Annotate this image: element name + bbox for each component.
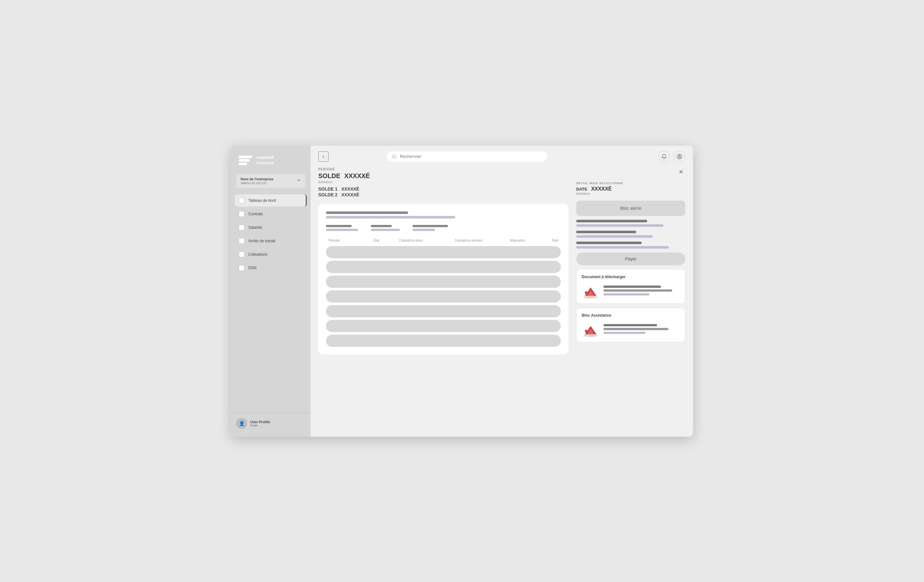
search-bar[interactable]	[387, 152, 547, 162]
sidebar-nav: Tableau de bord Contrats Salariés Arrêts…	[231, 195, 310, 412]
assistance-bars	[604, 324, 680, 334]
nav-checkbox	[239, 211, 244, 217]
nav-checkbox	[239, 252, 244, 257]
solde1-title: SOLDE 1	[318, 186, 338, 191]
detail-row: DATE XXXXXÉ	[576, 186, 685, 192]
svg-point-2	[678, 155, 680, 157]
solde2-row: SOLDE 2 XXXXXÉ	[318, 192, 569, 197]
solde2-amount: XXXXXÉ	[342, 192, 359, 197]
header-icons	[658, 151, 685, 162]
svg-point-3	[584, 296, 598, 298]
table-row[interactable]	[326, 275, 561, 288]
search-input[interactable]	[400, 154, 542, 159]
bloc-assistance-card[interactable]: Bloc Assistance	[576, 308, 685, 342]
nav-label: Tableau de bord	[248, 198, 276, 203]
col-header-cotisations-versees: Cotisations versées	[455, 239, 510, 242]
table-row[interactable]	[326, 320, 561, 332]
col-header-periode: Période	[328, 239, 373, 242]
sidebar-item-arrets-de-travail[interactable]: Arrêts de travail	[235, 235, 307, 247]
document-card[interactable]: Document à télécharger	[576, 269, 685, 304]
table-rows	[326, 246, 561, 347]
user-name: User Profile	[250, 420, 270, 424]
bloc-alerte-label: Bloc alerte	[620, 206, 641, 211]
main-panel: PÉRIODE SOLDE XXXXXÉ échéance SOLDE 1 XX…	[318, 168, 569, 429]
user-circle-icon	[676, 154, 682, 160]
svg-point-4	[585, 291, 587, 294]
solde-main: SOLDE XXXXXÉ	[318, 172, 569, 180]
bloc-alerte[interactable]: Bloc alerte	[576, 201, 685, 216]
detail-section: DETAIL MOIS SELECTIONNÉ DATE XXXXXÉ éché…	[576, 181, 685, 195]
echeance-label: échéance	[318, 180, 569, 184]
nav-checkbox	[239, 265, 244, 271]
nav-checkbox	[239, 198, 244, 203]
table-row[interactable]	[326, 290, 561, 303]
close-button[interactable]: ✕	[676, 168, 685, 176]
right-panel: ✕ DETAIL MOIS SELECTIONNÉ DATE XXXXXÉ éc…	[576, 168, 685, 429]
info-block-3	[576, 242, 685, 249]
detail-label: DETAIL MOIS SELECTIONNÉ	[576, 181, 685, 185]
table-row[interactable]	[326, 246, 561, 258]
profile-button[interactable]	[674, 151, 685, 162]
bloc-assistance-content	[582, 322, 680, 337]
logo-text: malakoff humanis	[257, 155, 274, 166]
svg-point-6	[585, 330, 587, 332]
table-header-bars	[326, 211, 561, 219]
company-name: Nom de l'entreprise	[241, 177, 273, 181]
doc-card-content	[582, 283, 680, 298]
company-siren: SIREN 123 123 123	[241, 181, 273, 185]
nav-label: DSN	[248, 265, 256, 270]
svg-point-5	[584, 334, 598, 337]
chevron-down-icon	[297, 178, 301, 184]
table-row[interactable]	[326, 305, 561, 317]
sidebar-item-tableau-de-bord[interactable]: Tableau de bord	[235, 195, 307, 207]
nav-checkbox	[239, 224, 244, 230]
doc-card-title: Document à télécharger	[582, 275, 680, 279]
doc-illustration	[582, 283, 600, 298]
sidebar-logo: malakoff humanis	[231, 146, 310, 174]
col-header-majoration: Majoration	[510, 239, 539, 242]
search-icon	[392, 154, 396, 159]
sidebar: malakoff humanis Nom de l'entreprise SIR…	[231, 146, 310, 437]
table-row[interactable]	[326, 335, 561, 347]
back-button[interactable]: ‹	[318, 152, 328, 162]
col-header-cotisations-dues: Cotisations dues	[399, 239, 455, 242]
user-info: User Profile Paste	[250, 420, 270, 427]
notification-button[interactable]	[658, 151, 670, 162]
bloc-assistance-title: Bloc Assistance	[582, 313, 680, 318]
payer-button[interactable]: Payer	[576, 252, 685, 265]
detail-date: DATE	[576, 187, 587, 191]
info-block-1	[576, 220, 685, 227]
sidebar-item-salaries[interactable]: Salariés	[235, 221, 307, 234]
solde1-amount: XXXXXÉ	[342, 186, 359, 191]
table-card: Période État Cotisations dues Cotisation…	[318, 204, 569, 354]
info-block-2	[576, 231, 685, 238]
company-selector[interactable]: Nom de l'entreprise SIREN 123 123 123	[236, 174, 305, 188]
bloc-assistance-illustration	[582, 322, 600, 337]
content-area: PÉRIODE SOLDE XXXXXÉ échéance SOLDE 1 XX…	[310, 168, 693, 437]
bell-icon	[661, 154, 667, 160]
table-row[interactable]	[326, 261, 561, 273]
header: ‹	[310, 146, 693, 168]
avatar: 👤	[236, 418, 247, 429]
nav-label: Arrêts de travail	[248, 239, 275, 243]
main-content: ‹	[310, 146, 693, 437]
col-header-total: Total	[539, 239, 558, 242]
nav-label: Cotisations	[248, 252, 267, 257]
user-role: Paste	[250, 424, 270, 427]
logo-icon	[239, 155, 253, 166]
solde1-row: SOLDE 1 XXXXXÉ	[318, 186, 569, 191]
solde2-title: SOLDE 2	[318, 192, 338, 197]
detail-amount: XXXXXÉ	[591, 186, 612, 192]
col-header-etat: État	[373, 239, 399, 242]
table-column-headers: Période État Cotisations dues Cotisation…	[326, 239, 561, 242]
period-section: PÉRIODE SOLDE XXXXXÉ échéance SOLDE 1 XX…	[318, 168, 569, 197]
filter-bars	[326, 225, 561, 231]
period-label: PÉRIODE	[318, 168, 569, 171]
sidebar-item-dsn[interactable]: DSN	[235, 262, 307, 274]
sidebar-footer: 👤 User Profile Paste	[231, 412, 310, 437]
nav-checkbox	[239, 238, 244, 244]
doc-bars	[604, 285, 680, 295]
sidebar-item-contrats[interactable]: Contrats	[235, 208, 307, 220]
solde-title: SOLDE	[318, 172, 340, 180]
sidebar-item-cotisations[interactable]: Cotisations	[235, 248, 307, 260]
